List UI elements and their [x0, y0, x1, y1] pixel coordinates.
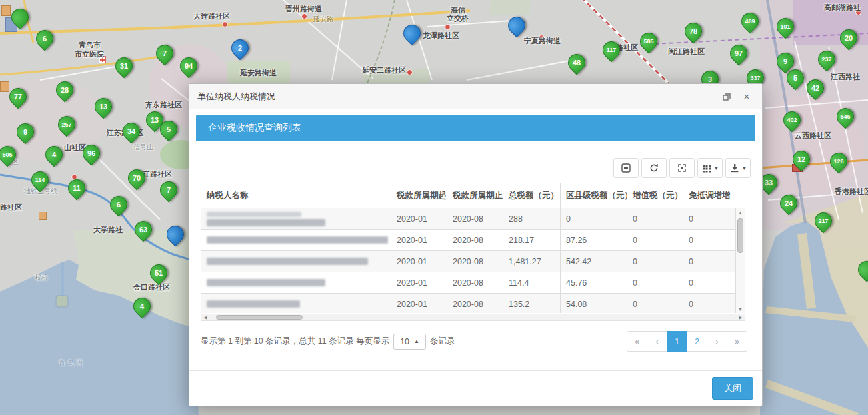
map-marker[interactable]: [505, 13, 529, 38]
map-marker[interactable]: 94: [177, 54, 201, 79]
export-button[interactable]: ▼: [725, 158, 751, 178]
scroll-up-arrow[interactable]: ▲: [736, 208, 745, 216]
page-nav-button[interactable]: ‹: [647, 331, 667, 352]
table-row[interactable]: 2020-012020-081,481.27542.4200: [201, 251, 737, 272]
page-button-2[interactable]: 2: [687, 331, 707, 352]
refresh-button[interactable]: [641, 158, 667, 178]
map-marker[interactable]: [855, 258, 868, 282]
map-marker[interactable]: [400, 21, 425, 46]
card-view-button[interactable]: [613, 158, 639, 178]
map-marker[interactable]: 217: [811, 209, 836, 234]
column-header[interactable]: 税款所属期起: [391, 183, 447, 208]
table-header-row: 纳税人名称税款所属期起税款所属期止总税额（元）区县级税额（元）增值税（元）免抵调…: [201, 183, 737, 208]
map-marker[interactable]: 28: [53, 78, 77, 103]
map-marker[interactable]: 126: [827, 149, 851, 174]
page-nav-button[interactable]: «: [627, 331, 647, 352]
map-marker[interactable]: 51: [147, 261, 171, 286]
map-marker[interactable]: 2: [228, 36, 253, 61]
maximize-button[interactable]: [719, 89, 734, 104]
map-marker[interactable]: 42: [803, 76, 828, 101]
cell-district-tax: 45.76: [561, 272, 627, 294]
map-marker[interactable]: 101: [773, 15, 798, 39]
map-marker[interactable]: 20: [837, 26, 861, 51]
column-header[interactable]: 免抵调增增: [683, 183, 737, 208]
map-marker[interactable]: 96: [79, 141, 104, 166]
map-marker[interactable]: 7: [157, 178, 181, 203]
map-marker[interactable]: 97: [727, 41, 751, 66]
results-table-container: 纳税人名称税款所属期起税款所属期止总税额（元）区县级税额（元）增值税（元）免抵调…: [201, 183, 745, 313]
map-marker[interactable]: 24: [777, 191, 801, 216]
redacted-name: [207, 258, 368, 265]
minimize-button[interactable]: ─: [699, 89, 714, 104]
close-window-button[interactable]: ×: [739, 89, 754, 104]
map-marker-count: 2: [232, 40, 248, 56]
page-button-1[interactable]: 1: [667, 331, 687, 352]
map-marker-count: 20: [841, 30, 857, 46]
cell-district-tax: 542.42: [561, 251, 627, 272]
close-button[interactable]: 关闭: [712, 377, 753, 400]
map-marker[interactable]: 237: [815, 47, 839, 72]
page-nav-button[interactable]: ›: [707, 331, 727, 352]
map-marker[interactable]: 6: [33, 27, 57, 51]
map-marker-count: 469: [742, 13, 758, 29]
map-marker[interactable]: 48: [565, 51, 589, 75]
column-header[interactable]: 区县级税额（元）: [561, 183, 627, 208]
scroll-right-arrow[interactable]: ▶: [737, 314, 745, 320]
map-marker[interactable]: 646: [833, 105, 858, 129]
horizontal-scrollbar-thumb[interactable]: [216, 315, 303, 320]
map-marker[interactable]: 77: [6, 85, 31, 109]
map-marker[interactable]: 63: [131, 218, 156, 242]
map-marker[interactable]: 585: [637, 29, 661, 54]
map-marker[interactable]: 11: [65, 176, 89, 201]
page-nav-button[interactable]: »: [727, 331, 747, 352]
card-view-icon: [621, 163, 631, 173]
map-label: 闽江路社区: [668, 47, 705, 57]
poi-dot-icon: [445, 24, 451, 30]
table-row[interactable]: 2020-012020-08135.254.0800: [201, 294, 737, 314]
table-row[interactable]: 2020-012020-08288000: [201, 208, 737, 230]
map-marker[interactable]: 5: [783, 66, 808, 91]
map-marker[interactable]: 4: [42, 143, 67, 167]
redacted-name: [207, 219, 325, 226]
map-marker[interactable]: 4: [130, 294, 155, 319]
columns-icon: [701, 163, 712, 173]
caret-up-icon: ▲: [414, 338, 419, 344]
map-marker[interactable]: 5: [157, 117, 181, 142]
map-marker[interactable]: 34: [119, 119, 144, 144]
map-marker[interactable]: 7: [153, 41, 177, 66]
column-header[interactable]: 增值税（元）: [627, 183, 683, 208]
map-marker[interactable]: 9: [13, 120, 38, 145]
map-marker[interactable]: 402: [780, 108, 805, 133]
redacted-name: [207, 279, 325, 286]
map-marker-count: 63: [135, 222, 151, 238]
map-marker[interactable]: 31: [112, 54, 137, 79]
table-row[interactable]: 2020-012020-08218.1787.2600: [201, 230, 737, 251]
panel-title: 企业税收情况查询列表: [208, 122, 301, 134]
map-marker[interactable]: 117: [599, 38, 624, 63]
scroll-left-arrow[interactable]: ◀: [201, 314, 209, 320]
column-header[interactable]: 纳税人名称: [201, 183, 391, 208]
page-size-select[interactable]: 10 ▲: [393, 334, 426, 350]
column-header[interactable]: 总税额（元）: [503, 183, 561, 208]
map-marker[interactable]: [163, 222, 188, 247]
fullscreen-button[interactable]: [669, 158, 695, 178]
cell-taxpayer-name: [201, 208, 391, 230]
app-stage: 大连路社区晋州路街道延安路海信立交桥龙潭路社区延安二路社区宁夏路街道延安路街道青…: [0, 0, 868, 415]
map-marker[interactable]: 6: [107, 193, 131, 217]
map-marker[interactable]: 469: [738, 9, 763, 34]
modal-titlebar[interactable]: 单位纳税人纳税情况 ─ ×: [189, 84, 762, 109]
map-marker[interactable]: 257: [55, 113, 79, 137]
cell-district-tax: 87.26: [561, 230, 627, 251]
map-marker[interactable]: 13: [91, 95, 116, 119]
map-marker-count: 114: [32, 172, 48, 188]
map-marker[interactable]: 78: [681, 19, 706, 44]
vertical-scrollbar-thumb[interactable]: [737, 218, 743, 253]
map-marker-count: 7: [157, 45, 173, 61]
scroll-down-arrow[interactable]: ▼: [736, 305, 745, 313]
columns-button[interactable]: ▼: [697, 158, 723, 178]
horizontal-scrollbar[interactable]: ◀ ▶: [201, 314, 745, 321]
column-header[interactable]: 税款所属期止: [447, 183, 503, 208]
table-row[interactable]: 2020-012020-08114.445.7600: [201, 272, 737, 294]
cell-period-end: 2020-08: [447, 208, 503, 230]
vertical-scrollbar[interactable]: ▲ ▼: [735, 208, 745, 313]
